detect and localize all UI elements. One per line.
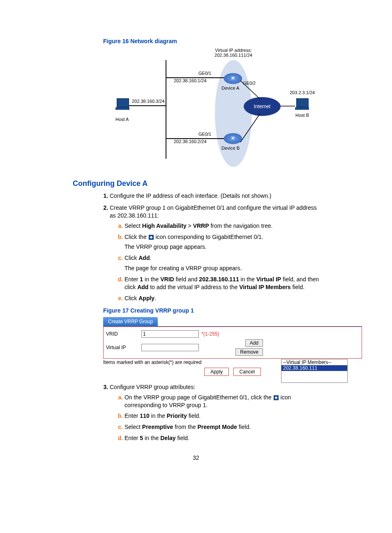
vrid-hint: *(1-255): [201, 331, 219, 337]
vrid-label: VRID: [106, 331, 139, 337]
figure17-caption: Figure 17 Creating VRRP group 1: [103, 307, 319, 314]
figure16-caption: Figure 16 Network diagram: [103, 38, 319, 44]
step-2d: Enter 1 in the VRID field and 202.38.160…: [125, 276, 319, 291]
figure17-screenshot: Create VRRP Group VRID *(1-255) Virtual …: [103, 317, 362, 376]
step-2: Create VRRP group 1 on GigabitEthernet 0…: [110, 204, 319, 302]
config-icon: [148, 234, 154, 240]
step-2c: Click Add. The page for creating a VRRP …: [125, 254, 319, 272]
host-b-label: Host B: [295, 113, 309, 118]
add-button[interactable]: Add: [245, 339, 263, 347]
apply-button[interactable]: Apply: [204, 368, 229, 376]
remove-button[interactable]: Remove: [235, 348, 263, 356]
step-2a: Select High Availability > VRRP from the…: [125, 222, 319, 230]
step-3: Configure VRRP group attributes: On the …: [110, 383, 319, 442]
svg-line-1: [240, 114, 260, 142]
step-3b: Enter 110 in the Priority field.: [125, 412, 319, 420]
ge01-b-label: GE0/1: [198, 132, 211, 137]
virtual-ip-members-list[interactable]: --Virtual IP Members-- 202.38.160.111: [281, 359, 348, 383]
section-heading: Configuring Device A: [73, 179, 319, 188]
vrid-input[interactable]: [141, 330, 199, 338]
create-vrrp-tab[interactable]: Create VRRP Group: [103, 317, 158, 327]
network-diagram: Virtual IP address: 202.38.160.111/24 GE…: [112, 48, 322, 167]
step-3c: Select Preemptive from the Preempt Mode …: [125, 423, 319, 431]
svg-line-0: [240, 81, 260, 99]
router-device-b: [224, 133, 242, 144]
step-3a: On the VRRP group page of GigabitEtherne…: [125, 394, 319, 409]
host-b-icon: [295, 98, 309, 110]
config-icon: [273, 395, 279, 401]
virtual-ip-label: Virtual IP: [106, 345, 139, 350]
page-number: 32: [73, 454, 319, 461]
cancel-button[interactable]: Cancel: [233, 368, 261, 376]
virtual-ip-input[interactable]: [141, 344, 199, 351]
step-1: Configure the IP address of each interfa…: [110, 192, 319, 200]
step-3d: Enter 5 in the Delay field.: [125, 434, 319, 442]
member-item-selected[interactable]: 202.38.160.111: [281, 365, 347, 371]
step-2e: Click Apply.: [125, 294, 319, 302]
hostb-ip: 203.2.3.1/24: [290, 90, 315, 95]
step-2b: Click the icon corresponding to GigabitE…: [125, 233, 319, 251]
device-b-label: Device B: [221, 146, 240, 151]
ip-ge01-b: 202.38.160.2/24: [174, 139, 207, 144]
